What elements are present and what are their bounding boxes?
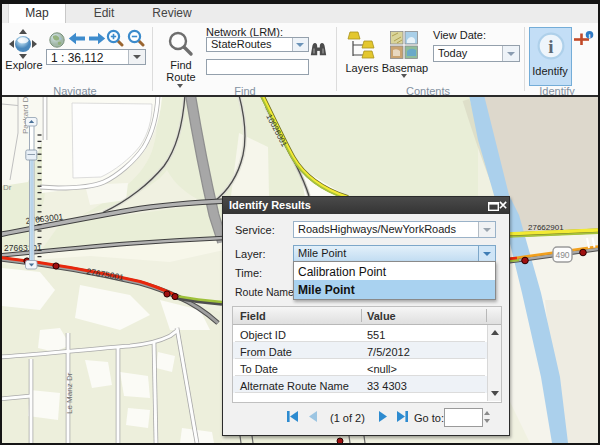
svg-text:Dr: Dr <box>3 183 12 192</box>
svg-text:i: i <box>589 32 591 40</box>
svg-text:Le Manz Dr: Le Manz Dr <box>65 372 74 414</box>
svg-text:27662901: 27662901 <box>528 223 564 232</box>
svg-text:i: i <box>548 36 553 57</box>
svg-text:490: 490 <box>555 250 569 260</box>
svg-text:27663101: 27663101 <box>4 243 42 253</box>
svg-text:Packard Dr: Packard Dr <box>21 95 30 134</box>
